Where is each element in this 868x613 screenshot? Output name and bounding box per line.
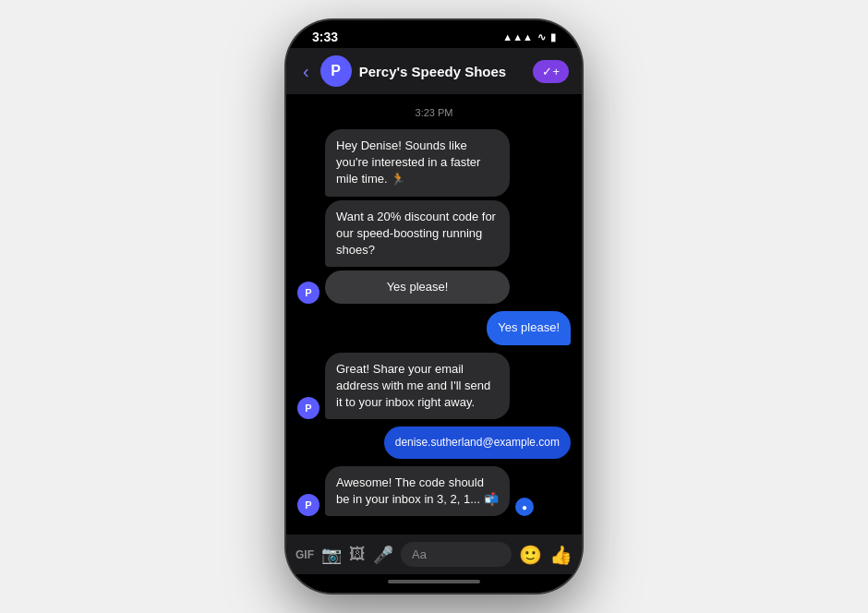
gif-button[interactable]: GIF (295, 548, 314, 561)
status-icons: ▲▲▲ ∿ ▮ (502, 31, 556, 43)
phone-screen: 3:33 ▲▲▲ ∿ ▮ ‹ P Percy's Speedy Shoes ✓+… (286, 20, 582, 593)
input-placeholder: Aa (412, 547, 427, 561)
photo-button[interactable]: 🖼 (349, 545, 366, 564)
home-indicator (286, 574, 582, 593)
bot-message-1: P Hey Denise! Sounds like you're interes… (297, 129, 571, 304)
bot-avatar-2: P (297, 397, 319, 419)
wifi-icon: ∿ (537, 31, 546, 43)
bot-bubble-2a: Great! Share your email address with me … (325, 353, 510, 420)
status-time: 3:33 (312, 30, 338, 44)
battery-icon: ▮ (550, 31, 556, 43)
bot-message-2: P Great! Share your email address with m… (297, 353, 571, 420)
user-dot: ● (515, 498, 534, 516)
like-button[interactable]: 👍 (549, 544, 573, 566)
action-button[interactable]: ✓+ (533, 60, 569, 83)
emoji-button[interactable]: 🙂 (519, 544, 542, 566)
chat-timestamp: 3:23 PM (297, 107, 571, 118)
quick-reply-button[interactable]: Yes please! (325, 270, 510, 304)
bot-bubble-group-3: Awesome! The code should be in your inbo… (325, 466, 510, 516)
notch (379, 20, 489, 44)
phone-device: 3:33 ▲▲▲ ∿ ▮ ‹ P Percy's Speedy Shoes ✓+… (286, 20, 582, 593)
bot-bubble-1b: Want a 20% discount code for our speed-b… (325, 200, 510, 268)
bot-bubble-group-1: Hey Denise! Sounds like you're intereste… (325, 129, 510, 304)
home-bar (388, 580, 480, 583)
chat-area: 3:23 PM P Hey Denise! Sounds like you're… (286, 94, 582, 535)
bot-bubble-1a: Hey Denise! Sounds like you're intereste… (325, 129, 510, 197)
user-message-1: Yes please! (297, 311, 571, 344)
bot-avatar: P (320, 55, 352, 87)
nav-bar: ‹ P Percy's Speedy Shoes ✓+ (286, 48, 582, 94)
user-email-bubble: denise.sutherland@example.com (384, 427, 571, 459)
mic-button[interactable]: 🎤 (373, 545, 393, 565)
back-button[interactable]: ‹ (299, 59, 313, 84)
bot-avatar-3: P (297, 494, 319, 516)
bot-message-3: P Awesome! The code should be in your in… (297, 466, 571, 516)
message-input[interactable]: Aa (401, 542, 512, 567)
page-title: Percy's Speedy Shoes (359, 64, 526, 79)
bot-avatar-1: P (297, 282, 319, 304)
user-email-message: denise.sutherland@example.com (297, 427, 571, 459)
camera-button[interactable]: 📷 (321, 545, 342, 565)
bot-bubble-3a: Awesome! The code should be in your inbo… (325, 466, 510, 516)
bot-bubble-group-2: Great! Share your email address with me … (325, 353, 510, 420)
user-bubble-1: Yes please! (487, 311, 571, 344)
signal-icon: ▲▲▲ (502, 31, 533, 42)
input-toolbar: GIF 📷 🖼 🎤 Aa 🙂 👍 (286, 535, 582, 574)
